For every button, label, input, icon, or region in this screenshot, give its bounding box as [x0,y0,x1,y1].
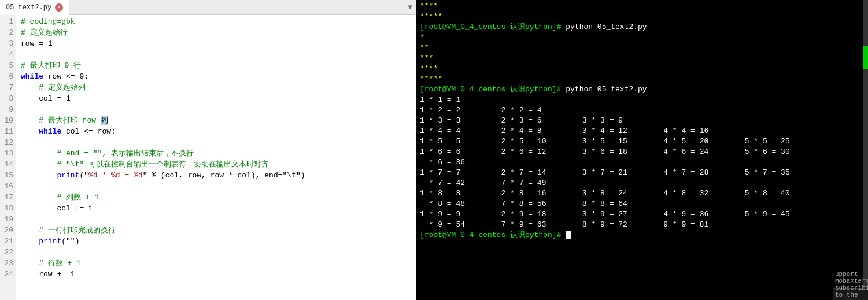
terminal-line: **** [420,64,865,74]
bottom-text: upport MobaXterm by subscribing to the p… [835,271,868,301]
code-line: # coding=gbk [21,16,411,27]
terminal-line: 1 * 4 = 4 2 * 4 = 8 3 * 4 = 12 4 * 4 = 1… [420,126,865,136]
terminal-line: * 8 = 48 7 * 8 = 56 8 * 8 = 64 [420,199,865,209]
tab-filename: 05_text2.py [6,3,51,12]
code-line: print("%d * %d = %d" % (col, row, row * … [21,170,411,181]
terminal-pane[interactable]: *********[root@VM_0_4_centos 认识python]# … [416,0,868,300]
line-numbers: 123456789101112131415161718192021222324 [0,15,16,300]
code-line: # 行数 + 1 [21,258,411,269]
code-line: # 最大打印 row 列 [21,115,411,126]
terminal-line: 1 * 5 = 5 2 * 5 = 10 3 * 5 = 15 4 * 5 = … [420,136,865,147]
terminal-line: 1 * 9 = 9 2 * 9 = 18 3 * 9 = 27 4 * 9 = … [420,209,865,220]
code-line: # end = "", 表示输出结束后，不换行 [21,148,411,159]
code-line [21,104,411,115]
terminal-line: [root@VM_0_4_centos 认识python]# python 05… [420,84,865,95]
code-line: # "\t" 可以在控制台输出一个制表符，协助在输出文本时对齐 [21,159,411,170]
code-line: # 定义起始行 [21,27,411,38]
code-line: # 最大打印 9 行 [21,60,411,71]
terminal-line: [root@VM_0_4_centos 认识python]# python 05… [420,22,865,32]
terminal-line: * 6 = 36 [420,157,865,168]
code-line [21,247,411,258]
tab-bar: 05_text2.py ✕ ▼ [0,0,416,15]
terminal-line: 1 * 7 = 7 2 * 7 = 14 3 * 7 = 21 4 * 7 = … [420,168,865,178]
tab-close-button[interactable]: ✕ [55,3,63,12]
code-line: col = 1 [21,93,411,104]
code-line: print("") [21,236,411,247]
scrollbar-thumb [863,46,868,69]
terminal-line: ***** [420,12,865,22]
editor-body: 123456789101112131415161718192021222324 … [0,15,416,300]
terminal-scrollbar[interactable] [863,0,868,300]
code-line [21,214,411,225]
terminal-line: 1 * 8 = 8 2 * 8 = 16 3 * 8 = 24 4 * 8 = … [420,188,865,199]
terminal-body: *********[root@VM_0_4_centos 认识python]# … [416,0,868,300]
code-line: # 列数 + 1 [21,192,411,203]
terminal-line: * 7 = 42 7 * 7 = 49 [420,178,865,188]
terminal-line: * 9 = 54 7 * 9 = 63 8 * 9 = 72 9 * 9 = 8… [420,220,865,230]
terminal-line: * [420,32,865,43]
code-line: row += 1 [21,269,411,280]
code-content[interactable]: # coding=gbk# 定义起始行row = 1 # 最大打印 9 行whi… [16,15,416,300]
terminal-line: 1 * 3 = 3 2 * 3 = 6 3 * 3 = 9 [420,116,865,126]
terminal-line: 1 * 2 = 2 2 * 2 = 4 [420,105,865,116]
terminal-line: *** [420,53,865,64]
code-line [21,181,411,192]
terminal-line: 1 * 1 = 1 [420,95,865,105]
scroll-down-button[interactable]: ▼ [404,0,416,15]
code-line: row = 1 [21,38,411,49]
code-line [21,137,411,148]
code-line [21,49,411,60]
terminal-line: [root@VM_0_4_centos 认识python]# [420,230,865,240]
code-line: col += 1 [21,203,411,214]
code-line: # 定义起始列 [21,82,411,93]
terminal-bottom-bar: upport MobaXterm by subscribing to the p… [833,288,868,300]
terminal-line: **** [420,1,865,12]
code-line: while row <= 9: [21,71,411,82]
terminal-line: ** [420,43,865,53]
terminal-line: ***** [420,74,865,84]
editor-tab[interactable]: 05_text2.py ✕ [0,0,69,15]
code-line: # 一行打印完成的换行 [21,225,411,236]
code-line: while col <= row: [21,126,411,137]
editor-pane: 05_text2.py ✕ ▼ 123456789101112131415161… [0,0,416,300]
terminal-line: 1 * 6 = 6 2 * 6 = 12 3 * 6 = 18 4 * 6 = … [420,147,865,157]
